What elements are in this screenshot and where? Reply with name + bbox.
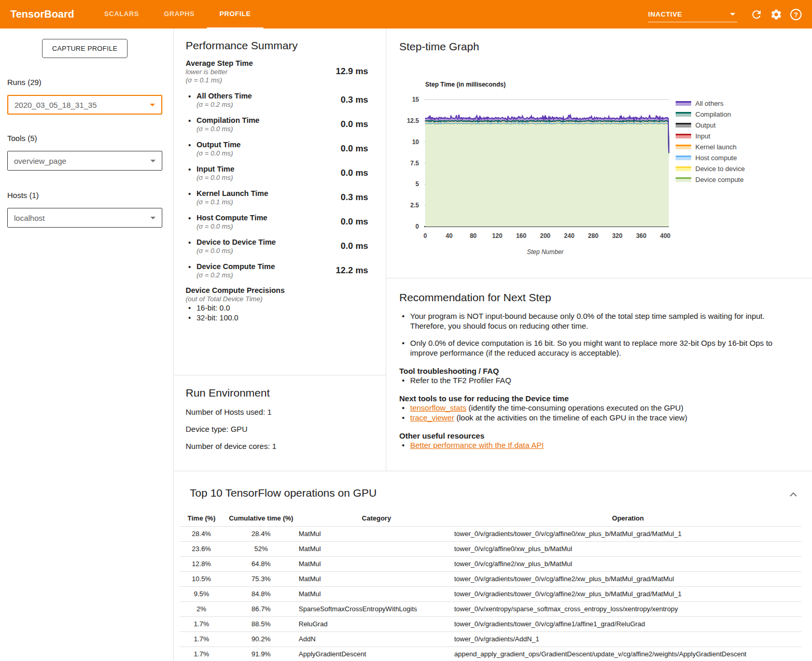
- x-tick-label: 80: [470, 232, 477, 240]
- svg-text:?: ?: [794, 11, 798, 19]
- x-tick-label: 400: [660, 232, 670, 240]
- table-cell: MatMul: [299, 556, 454, 571]
- tab-graphs[interactable]: GRAPHS: [151, 0, 207, 29]
- metrics-list: Average Step Timelower is better(σ = 0.1…: [186, 59, 377, 279]
- metric-row: Compilation Time(σ = 0.0 ms)0.0 ms: [186, 116, 377, 133]
- step-time-graph-title: Step-time Graph: [399, 40, 479, 53]
- table-row: 1.7%88.5%ReluGradtower_0/v/gradients/tow…: [179, 616, 802, 631]
- env-line: Number of device cores: 1: [186, 442, 386, 451]
- reco-link[interactable]: Better performance with the tf.data API: [410, 441, 544, 449]
- run-environment-title: Run Environment: [186, 387, 386, 399]
- legend-item: Device to device: [676, 163, 745, 174]
- x-tick-label: 200: [540, 232, 550, 240]
- chevron-down-icon: [150, 160, 156, 162]
- metric-label: Host Compute Time(σ = 0.0 ms): [197, 213, 320, 231]
- metric-label: Input Time(σ = 0.0 ms): [197, 164, 320, 182]
- help-icon[interactable]: ?: [790, 8, 802, 21]
- reco-list: Refer to the TF2 Profiler FAQ: [399, 375, 799, 385]
- run-environment-section: Run Environment Number of Hosts used: 1D…: [174, 375, 386, 451]
- table-cell: MatMul: [299, 526, 454, 541]
- metric-value: 0.0 ms: [320, 241, 377, 251]
- metric-label: All Others Time(σ = 0.2 ms): [197, 91, 320, 109]
- metric-sigma: (σ = 0.0 ms): [197, 247, 320, 255]
- tab-scalars[interactable]: SCALARS: [92, 0, 151, 29]
- metric-label: Kernel Launch Time(σ = 0.1 ms): [197, 189, 320, 206]
- chart-title: Step Time (in milliseconds): [425, 81, 506, 88]
- table-cell: 12.8%: [179, 556, 223, 571]
- y-tick-label: 10: [412, 138, 419, 146]
- legend-swatch: [676, 166, 691, 171]
- tab-profile[interactable]: PROFILE: [207, 0, 263, 29]
- y-tick-label: 12.5: [407, 117, 419, 124]
- legend-label: Compilation: [695, 110, 731, 118]
- legend-swatch: [676, 145, 691, 149]
- table-cell: 52%: [223, 541, 299, 556]
- performance-summary-title: Performance Summary: [186, 39, 386, 52]
- metric-sigma: (σ = 0.0 ms): [197, 174, 320, 182]
- table-cell: MatMul: [299, 541, 454, 556]
- table-header-row: Time (%) Cumulative time (%) Category Op…: [179, 511, 802, 526]
- metric-sigma: (σ = 0.0 ms): [197, 222, 320, 231]
- table-cell: 1.7%: [179, 631, 223, 646]
- table-row: 23.6%52%MatMultower_0/v/cg/affine0/xw_pl…: [179, 541, 802, 556]
- reco-link[interactable]: tensorflow_stats: [410, 403, 466, 412]
- env-line: Number of Hosts used: 1: [186, 407, 386, 416]
- col-time: Time (%): [179, 511, 223, 526]
- hosts-dropdown[interactable]: localhost: [7, 208, 162, 228]
- y-tick-label: 2.5: [410, 202, 419, 209]
- legend-swatch: [676, 123, 691, 128]
- table-cell: ApplyGradientDescent: [299, 646, 454, 661]
- legend-swatch: [676, 112, 691, 117]
- metric-label: Output Time(σ = 0.0 ms): [197, 140, 320, 158]
- metric-value: 12.9 ms: [320, 66, 377, 77]
- metric-row: All Others Time(σ = 0.2 ms)0.3 ms: [186, 91, 377, 109]
- settings-gear-icon[interactable]: [770, 8, 782, 21]
- x-tick-label: 40: [446, 232, 453, 240]
- tools-label: Tools (5): [7, 134, 37, 143]
- legend-swatch: [676, 134, 691, 138]
- metric-value: 0.0 ms: [320, 119, 377, 130]
- metric-value: 12.2 ms: [320, 265, 377, 276]
- table-cell: 86.7%: [223, 601, 299, 616]
- table-cell: MatMul: [299, 571, 454, 586]
- metric-sigma: (σ = 0.2 ms): [197, 101, 320, 109]
- metric-label: Device to Device Time(σ = 0.0 ms): [197, 237, 320, 255]
- legend-item: Kernel launch: [676, 142, 745, 152]
- recommendation-title: Recommendation for Next Step: [399, 291, 799, 304]
- capture-profile-button[interactable]: CAPTURE PROFILE: [42, 39, 128, 58]
- reco-heading: Tool troubleshooting / FAQ: [399, 367, 799, 375]
- metric-row: Device Compute Time(σ = 0.2 ms)12.2 ms: [186, 262, 377, 279]
- tools-dropdown-value: overview_page: [14, 157, 66, 165]
- reco-item: tensorflow_stats (identify the time-cons…: [399, 403, 799, 413]
- metric-row: Input Time(σ = 0.0 ms)0.0 ms: [186, 164, 377, 182]
- legend-label: Host compute: [695, 154, 737, 162]
- app-title: TensorBoard: [0, 8, 86, 20]
- precision-item: 16-bit: 0.0: [186, 303, 386, 313]
- reco-link[interactable]: trace_viewer: [410, 413, 454, 422]
- x-axis-title: Step Number: [527, 248, 564, 256]
- table-cell: tower_0/v/gradients/tower_0/v/cg/affine0…: [454, 526, 802, 541]
- metric-label: Compilation Time(σ = 0.0 ms): [197, 116, 320, 133]
- precisions-subtitle: (out of Total Device Time): [186, 294, 386, 303]
- table-cell: 90.2%: [223, 631, 299, 646]
- metric-value: 0.3 ms: [320, 95, 377, 105]
- refresh-icon[interactable]: [750, 8, 763, 21]
- reco-list: tensorflow_stats (identify the time-cons…: [399, 403, 799, 423]
- x-tick-label: 0: [424, 232, 427, 240]
- metric-row: Device to Device Time(σ = 0.0 ms)0.0 ms: [186, 237, 377, 255]
- status-dropdown[interactable]: INACTIVE: [648, 7, 737, 22]
- collapse-chevron-up-icon[interactable]: [787, 488, 800, 501]
- metric-row: Average Step Timelower is better(σ = 0.1…: [186, 59, 377, 85]
- table-cell: tower_0/v/gradients/tower_0/v/cg/affine2…: [454, 586, 802, 601]
- runs-dropdown[interactable]: 2020_03_05_18_31_35: [7, 95, 162, 115]
- legend-label: All others: [695, 100, 723, 107]
- reco-item: trace_viewer (look at the activities on …: [399, 413, 799, 423]
- x-tick-label: 280: [588, 232, 598, 240]
- table-cell: 1.7%: [179, 646, 223, 661]
- legend-item: Compilation: [676, 109, 745, 120]
- legend-swatch: [676, 101, 691, 106]
- tools-dropdown[interactable]: overview_page: [7, 151, 162, 171]
- table-cell: 64.8%: [223, 556, 299, 571]
- reco-list: Better performance with the tf.data API: [399, 440, 799, 450]
- table-cell: 91.9%: [223, 646, 299, 661]
